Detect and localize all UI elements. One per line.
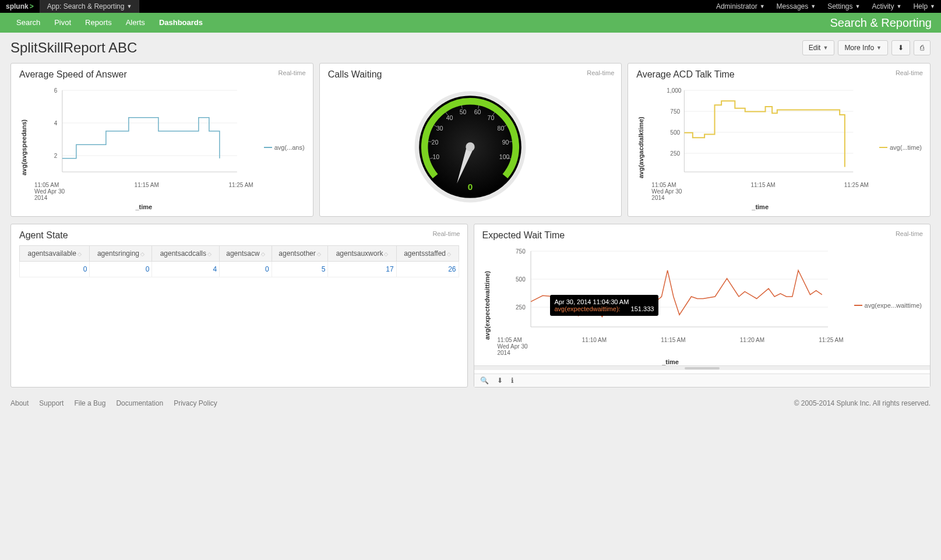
table-cell[interactable]: 5 <box>272 262 328 277</box>
line-chart[interactable]: 6 4 2 <box>29 84 259 178</box>
x-tick: 11:10 AM <box>582 337 607 356</box>
page-header: SplitSkillReport ABC Edit▼ More Info▼ ⬇ … <box>0 33 941 63</box>
x-tick: 11:15 AM <box>661 337 685 356</box>
x-tick-date: Wed Apr 30 <box>34 188 65 195</box>
x-tick-date: 2014 <box>34 195 65 201</box>
table-cell[interactable]: 0 <box>90 262 152 277</box>
table-cell[interactable]: 0 <box>220 262 272 277</box>
app-dropdown[interactable]: App: Search & Reporting▼ <box>40 0 140 13</box>
nav-reports[interactable]: Reports <box>78 13 119 33</box>
nav-settings[interactable]: Settings▼ <box>822 0 866 13</box>
x-tick: 11:15 AM <box>135 182 159 201</box>
legend: avg(...time) <box>875 84 922 210</box>
nav-dashboards[interactable]: Dashboards <box>152 13 210 33</box>
panel-expected-wait: Expected Wait Time Real-time avg(expecte… <box>474 224 931 388</box>
x-tick-date: Wed Apr 30 <box>498 343 528 350</box>
svg-text:70: 70 <box>488 114 495 121</box>
svg-text:1,000: 1,000 <box>667 87 682 94</box>
svg-text:2: 2 <box>54 153 58 159</box>
x-tick: 11:05 AM <box>498 337 528 343</box>
line-chart[interactable]: 1,000 750 500 250 <box>646 84 875 178</box>
realtime-badge: Real-time <box>432 230 460 237</box>
search-icon[interactable]: 🔍 <box>480 376 489 385</box>
x-axis-label: _time <box>29 203 259 210</box>
more-info-button[interactable]: More Info▼ <box>838 40 888 55</box>
footer-documentation[interactable]: Documentation <box>116 399 163 407</box>
panel-title: Calls Waiting <box>328 69 614 80</box>
panel-avg-acd-talk: Average ACD Talk Time Real-time avg(avga… <box>628 63 931 217</box>
print-button[interactable]: ⎙ <box>914 40 931 55</box>
panel-calls-waiting: Calls Waiting Real-time 1020304050607080… <box>319 63 622 217</box>
x-tick: 11:05 AM <box>651 182 682 188</box>
nav-alerts[interactable]: Alerts <box>119 13 152 33</box>
svg-point-32 <box>466 142 475 151</box>
realtime-badge: Real-time <box>279 69 306 76</box>
svg-text:40: 40 <box>446 114 453 121</box>
svg-text:4: 4 <box>54 120 58 126</box>
table-header[interactable]: agentsavailable◇ <box>20 246 90 262</box>
x-tick: 11:05 AM <box>34 182 65 188</box>
table-header[interactable]: agentsauxwork◇ <box>328 246 396 262</box>
print-icon: ⎙ <box>920 44 924 52</box>
app-nav: Search Pivot Reports Alerts Dashboards S… <box>0 13 941 33</box>
svg-text:80: 80 <box>498 125 505 132</box>
svg-text:100: 100 <box>499 153 510 160</box>
export-icon[interactable]: ⬇ <box>497 376 503 385</box>
nav-search[interactable]: Search <box>9 13 47 33</box>
panel-agent-state: Agent State Real-time agentsavailable◇ag… <box>10 224 468 388</box>
gauge-chart[interactable]: 102030405060708090100 0 <box>409 86 531 208</box>
table-header[interactable]: agentsacw◇ <box>220 246 272 262</box>
table-cell[interactable]: 4 <box>152 262 220 277</box>
edit-button[interactable]: Edit▼ <box>802 40 835 55</box>
line-chart[interactable]: 750 500 250 <box>492 245 850 333</box>
x-tick: 11:25 AM <box>819 337 843 356</box>
table-header[interactable]: agentsstaffed◇ <box>396 246 459 262</box>
panel-title: Average Speed of Answer <box>19 69 305 80</box>
tooltip-value: 151.333 <box>631 305 654 312</box>
download-icon: ⬇ <box>898 44 904 52</box>
svg-text:6: 6 <box>54 87 58 94</box>
footer-about[interactable]: About <box>10 399 29 407</box>
logo[interactable]: splunk> <box>0 0 40 13</box>
info-icon[interactable]: ℹ <box>511 376 514 385</box>
panel-toolbar: 🔍 ⬇ ℹ <box>474 374 931 387</box>
x-tick-date: 2014 <box>498 350 528 356</box>
panel-avg-speed-answer: Average Speed of Answer Real-time avg(av… <box>10 63 313 217</box>
scroll-indicator[interactable] <box>474 365 931 370</box>
y-axis-label: avg(avgspeedans) <box>19 84 29 210</box>
svg-text:250: 250 <box>516 304 526 311</box>
realtime-badge: Real-time <box>896 69 923 76</box>
footer-support[interactable]: Support <box>39 399 64 407</box>
footer-privacy[interactable]: Privacy Policy <box>174 399 217 407</box>
table-cell[interactable]: 17 <box>328 262 396 277</box>
x-tick: 11:25 AM <box>228 182 253 201</box>
svg-text:750: 750 <box>671 108 681 115</box>
x-tick-date: Wed Apr 30 <box>651 188 682 195</box>
panel-title: Average ACD Talk Time <box>636 69 922 80</box>
table-cell[interactable]: 26 <box>396 262 459 277</box>
svg-text:60: 60 <box>474 108 481 115</box>
nav-activity[interactable]: Activity▼ <box>866 0 907 13</box>
agent-state-table: agentsavailable◇agentsringing◇agentsacdc… <box>19 245 459 277</box>
nav-messages[interactable]: Messages▼ <box>771 0 822 13</box>
table-header[interactable]: agentsacdcalls◇ <box>152 246 220 262</box>
legend: avg(...ans) <box>259 84 305 210</box>
table-header[interactable]: agentsother◇ <box>272 246 328 262</box>
footer-file-bug[interactable]: File a Bug <box>74 399 105 407</box>
svg-text:50: 50 <box>460 108 467 115</box>
x-axis-label: _time <box>492 358 850 365</box>
nav-help[interactable]: Help▼ <box>907 0 941 13</box>
svg-text:250: 250 <box>671 150 681 157</box>
nav-pivot[interactable]: Pivot <box>47 13 78 33</box>
svg-text:500: 500 <box>671 129 681 136</box>
table-header[interactable]: agentsringing◇ <box>90 246 152 262</box>
nav-administrator[interactable]: Administrator▼ <box>710 0 771 13</box>
x-tick: 11:25 AM <box>844 182 869 201</box>
download-button[interactable]: ⬇ <box>891 40 910 55</box>
table-cell[interactable]: 0 <box>20 262 90 277</box>
y-axis-label: avg(expectedwaittime) <box>482 245 492 365</box>
panel-title: Agent State <box>19 230 459 241</box>
svg-text:500: 500 <box>516 276 526 283</box>
tooltip-metric: avg(expectedwaittime): <box>555 305 621 312</box>
svg-text:20: 20 <box>432 139 439 146</box>
